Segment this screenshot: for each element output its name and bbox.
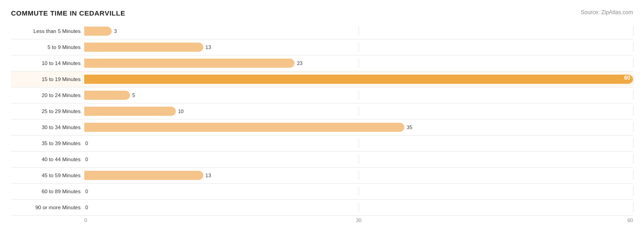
- bar-row: 60 to 89 Minutes0: [11, 184, 633, 200]
- bar-row: 5 to 9 Minutes13: [11, 39, 633, 55]
- grid-line: [633, 59, 633, 68]
- row-label: 20 to 24 Minutes: [11, 92, 84, 98]
- row-label: 40 to 44 Minutes: [11, 157, 84, 162]
- bar-value: 0: [85, 157, 88, 162]
- row-label: 45 to 59 Minutes: [11, 173, 84, 178]
- row-label: 35 to 39 Minutes: [11, 141, 84, 146]
- bar-track: 35: [84, 123, 633, 132]
- grid-line: [359, 27, 359, 36]
- bar-fill: [84, 91, 130, 100]
- grid-line: [359, 139, 359, 148]
- chart-area: Less than 5 Minutes35 to 9 Minutes1310 t…: [11, 23, 633, 227]
- source-text: Source: ZipAtlas.com: [581, 9, 633, 16]
- chart-container: COMMUTE TIME IN CEDARVILLE Source: ZipAt…: [11, 9, 633, 227]
- row-label: 60 to 89 Minutes: [11, 189, 84, 194]
- grid-line: [633, 155, 633, 164]
- grid-line: [633, 171, 633, 180]
- grid-line: [633, 203, 633, 212]
- bar-row: Less than 5 Minutes3: [11, 23, 633, 39]
- bar-value: 13: [206, 44, 211, 50]
- grid-line: [633, 123, 633, 132]
- bar-fill: 60: [84, 75, 633, 84]
- bar-fill: [84, 59, 295, 68]
- row-label: 25 to 29 Minutes: [11, 109, 84, 114]
- x-axis-label: 60: [628, 217, 633, 223]
- bar-row: 45 to 59 Minutes13: [11, 168, 633, 184]
- row-label: 30 to 34 Minutes: [11, 125, 84, 130]
- grid-line: [633, 139, 633, 148]
- bar-value: 13: [206, 173, 211, 178]
- bar-value: 0: [85, 205, 88, 210]
- bar-track: 3: [84, 27, 633, 36]
- grid-line: [359, 59, 359, 68]
- bar-value: 35: [407, 125, 412, 130]
- bar-row: 15 to 19 Minutes60: [11, 71, 633, 87]
- row-label: 15 to 19 Minutes: [11, 76, 84, 82]
- bar-track: 10: [84, 107, 633, 116]
- bar-row: 25 to 29 Minutes10: [11, 103, 633, 120]
- bar-track: 0: [84, 187, 633, 196]
- bar-row: 20 to 24 Minutes5: [11, 87, 633, 103]
- bar-fill: [84, 27, 112, 36]
- x-axis-label: 0: [84, 217, 87, 223]
- grid-line: [633, 91, 633, 100]
- bar-row: 90 or more Minutes0: [11, 200, 633, 216]
- row-label: 10 to 14 Minutes: [11, 60, 84, 66]
- grid-line: [359, 171, 359, 180]
- bar-value: 10: [178, 109, 184, 114]
- bar-track: 5: [84, 91, 633, 100]
- x-axis: 03060: [84, 217, 633, 227]
- rows-container: Less than 5 Minutes35 to 9 Minutes1310 t…: [11, 23, 633, 216]
- bar-row: 30 to 34 Minutes35: [11, 120, 633, 136]
- row-label: Less than 5 Minutes: [11, 28, 84, 34]
- bar-track: 0: [84, 203, 633, 212]
- grid-line: [633, 27, 633, 36]
- bar-row: 35 to 39 Minutes0: [11, 136, 633, 152]
- bar-track: 60: [84, 75, 633, 84]
- bar-row: 10 to 14 Minutes23: [11, 55, 633, 71]
- grid-line: [359, 107, 359, 116]
- x-axis-label: 30: [356, 217, 361, 223]
- grid-line: [633, 187, 633, 196]
- grid-line: [633, 43, 633, 52]
- bar-fill: [84, 43, 203, 52]
- bar-fill: [84, 123, 404, 132]
- bar-track: 0: [84, 139, 633, 148]
- grid-line: [359, 155, 359, 164]
- bar-value: 0: [85, 189, 88, 194]
- grid-line: [359, 203, 359, 212]
- bar-value: 5: [132, 92, 135, 98]
- header-row: COMMUTE TIME IN CEDARVILLE Source: ZipAt…: [11, 9, 633, 17]
- grid-line: [633, 107, 633, 116]
- bar-value: 60: [624, 75, 630, 81]
- bar-value: 0: [85, 141, 88, 146]
- bar-row: 40 to 44 Minutes0: [11, 152, 633, 168]
- bar-fill: [84, 171, 203, 180]
- bar-value: 23: [297, 60, 302, 66]
- bar-fill: [84, 107, 176, 116]
- bar-track: 13: [84, 171, 633, 180]
- bar-value: 3: [114, 28, 117, 34]
- grid-line: [633, 75, 633, 84]
- grid-line: [359, 43, 359, 52]
- grid-line: [359, 187, 359, 196]
- row-label: 5 to 9 Minutes: [11, 44, 84, 50]
- grid-line: [359, 91, 359, 100]
- bar-track: 13: [84, 43, 633, 52]
- bar-track: 23: [84, 59, 633, 68]
- row-label: 90 or more Minutes: [11, 205, 84, 210]
- chart-title: COMMUTE TIME IN CEDARVILLE: [11, 9, 125, 17]
- bar-track: 0: [84, 155, 633, 164]
